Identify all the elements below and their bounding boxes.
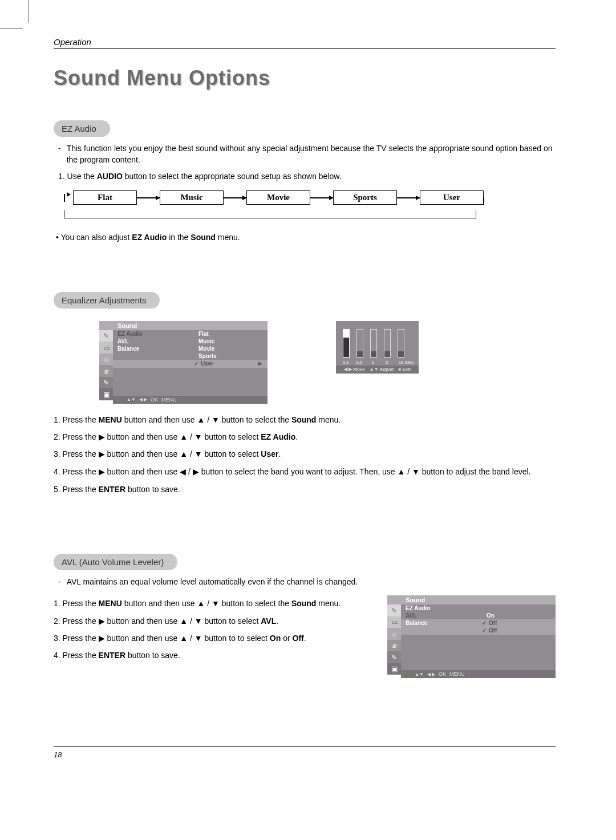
arrow-icon xyxy=(137,197,160,198)
loop-down xyxy=(483,197,484,205)
t: button and then use xyxy=(105,467,180,476)
menu-hint-bar: ▲▼ ◀ ▶ OK MENU xyxy=(113,396,268,404)
menu-opt: Movie xyxy=(197,345,268,352)
t: / xyxy=(188,634,194,643)
up-icon: ▲ xyxy=(397,467,405,476)
t: button and then use xyxy=(122,599,197,608)
ez-note: • You can also adjust EZ Audio in the So… xyxy=(56,233,556,242)
t: Sound xyxy=(291,415,317,424)
check-icon: ✓ xyxy=(194,360,198,368)
ez-step1: 1. Use the AUDIO button to select the ap… xyxy=(58,171,556,182)
t: EZ Audio xyxy=(261,432,295,441)
t: button to save. xyxy=(125,485,180,494)
t: MENU xyxy=(99,415,122,424)
t: Move xyxy=(353,367,364,372)
pill-equalizer: Equalizer Adjustments xyxy=(54,292,160,309)
down-icon: ▼ xyxy=(194,616,202,626)
t: button to select the xyxy=(220,415,291,424)
running-header: Operation xyxy=(54,37,556,49)
t: button to select the appropriate sound s… xyxy=(123,172,342,181)
menu-icon: ☼ xyxy=(99,354,113,366)
menu-item: AVL xyxy=(401,612,485,619)
t: / xyxy=(205,415,212,424)
hint-menu: MENU xyxy=(449,671,465,677)
down-icon: ▼ xyxy=(212,599,220,608)
t: 5. Press the xyxy=(54,485,99,494)
t: Off xyxy=(293,634,304,643)
leftright-icon: ◀ ▶ xyxy=(427,672,435,677)
audio-bold: AUDIO xyxy=(97,172,123,181)
menu-selected: Off xyxy=(489,627,550,635)
avl-desc: AVL maintains an equal volume level auto… xyxy=(67,576,358,587)
check-icon: ✓ xyxy=(482,627,487,635)
menu-icon: ☼ xyxy=(387,628,401,640)
t: 1 xyxy=(369,360,377,365)
lr-icon: ◀ ▶ xyxy=(344,367,352,372)
flow-user: User xyxy=(420,190,484,205)
t: button and then use xyxy=(105,449,180,458)
t: 2. Press the xyxy=(54,432,99,441)
t: 3. Press the xyxy=(54,449,99,458)
t: / xyxy=(188,432,194,441)
right-icon: ▶ xyxy=(193,467,199,476)
t: button to select xyxy=(202,432,261,441)
t: 1. Press the xyxy=(54,599,99,608)
menu-hint-bar: ▲▼ ◀ ▶ OK MENU xyxy=(401,670,556,678)
t: On xyxy=(270,634,281,643)
t: 0.5 xyxy=(355,360,363,365)
eq-steps: 1. Press the MENU button and then use ▲ … xyxy=(54,414,556,495)
t: menu. xyxy=(216,233,240,242)
down-icon: ▼ xyxy=(194,449,202,458)
t: 1. Use the xyxy=(58,172,97,181)
sound-menu-screenshot: ✎ ▭ ☼ ⌀ ✎ ▣ Sound EZ AudioFlat AVLMusic … xyxy=(99,321,268,404)
t: Adjust xyxy=(380,367,394,372)
t: button and then use xyxy=(122,415,197,424)
menu-item: Balance xyxy=(401,619,485,627)
flow-music: Music xyxy=(160,190,224,205)
t: Exit xyxy=(403,367,411,372)
arrow-icon xyxy=(310,197,333,198)
pill-ez-audio: EZ Audio xyxy=(54,120,110,137)
t: 5 xyxy=(383,360,391,365)
t: button to adjust the band level. xyxy=(420,467,531,476)
t: . xyxy=(295,432,298,441)
menu-icon: ▭ xyxy=(387,616,401,628)
menu-icon: ▣ xyxy=(99,388,113,400)
t: EZ Audio xyxy=(132,233,167,242)
down-icon: ▼ xyxy=(194,634,202,643)
ud-icon: ▲▼ xyxy=(370,367,379,372)
stop-icon: ■ xyxy=(398,367,401,372)
t: Sound xyxy=(291,599,317,608)
t: 3. Press the xyxy=(54,634,99,643)
equalizer-panel: 0.1 0.5 1 5 10 KHz ◀ ▶ Move ▲▼ Adjust ■ … xyxy=(336,321,419,374)
updown-icon: ▲▼ xyxy=(415,672,424,677)
updown-icon: ▲▼ xyxy=(127,397,136,402)
t: . xyxy=(276,616,278,626)
t: MENU xyxy=(99,599,122,608)
menu-title: Sound xyxy=(401,595,556,604)
eq-bar xyxy=(343,329,350,358)
t: / xyxy=(205,599,212,608)
t: button to to select xyxy=(202,634,270,643)
up-icon: ▲ xyxy=(180,449,188,458)
page-content: Operation Sound Menu Options EZ Audio - … xyxy=(54,37,556,759)
up-icon: ▲ xyxy=(180,634,188,643)
t: 4. Press the xyxy=(54,651,99,660)
menu-opt: Sports xyxy=(197,352,268,360)
avl-desc-block: -AVL maintains an equal volume level aut… xyxy=(58,576,556,587)
t: button to select the band you want to ad… xyxy=(199,467,398,476)
up-icon: ▲ xyxy=(180,432,188,441)
avl-steps: 1. Press the MENU button and then use ▲ … xyxy=(54,598,362,661)
t: . xyxy=(304,634,306,643)
right-icon: ▶ xyxy=(99,616,105,626)
eq-bar xyxy=(384,329,391,358)
menu-selected: User xyxy=(201,360,258,368)
ez-body: - This function lets you enjoy the best … xyxy=(58,143,556,182)
menu-selected-row: ✓ Off xyxy=(401,627,556,635)
right-icon: ▶ xyxy=(99,449,105,458)
menu-title: Sound xyxy=(113,321,268,330)
t: 10 KHz xyxy=(396,360,416,365)
menu-item: AVL xyxy=(113,338,197,345)
eq-bar xyxy=(356,329,363,358)
t: ENTER xyxy=(99,651,125,660)
